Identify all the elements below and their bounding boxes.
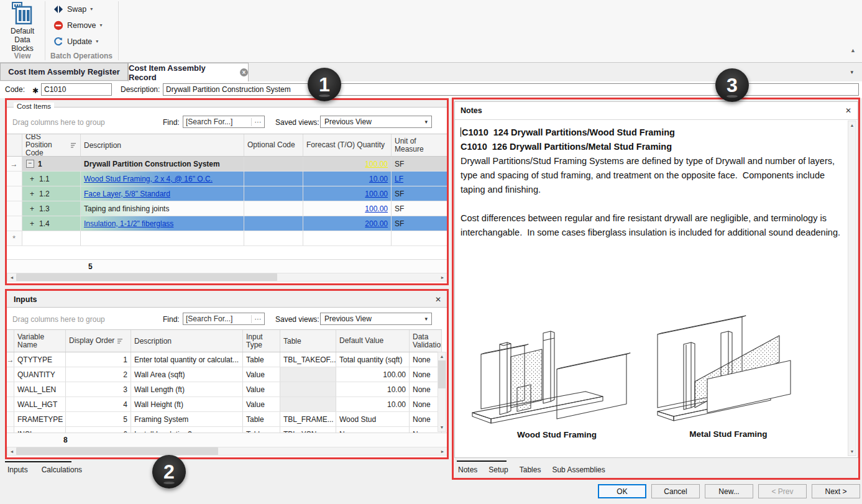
ok-button[interactable]: OK — [598, 484, 646, 498]
expand-icon[interactable]: + — [30, 190, 34, 198]
tab-cost-item-assembly-record[interactable]: Cost Item Assembly Record × — [128, 63, 249, 81]
expand-icon[interactable]: + — [30, 175, 34, 183]
expand-icon[interactable]: + — [30, 204, 34, 213]
expand-icon[interactable]: + — [30, 219, 34, 228]
forecast-qty-cell[interactable]: 200.00 — [303, 216, 392, 231]
default-data-blocks-button[interactable]: Default Data Blocks — [2, 1, 42, 50]
description-cell[interactable]: Taping and finishing joints — [81, 201, 244, 216]
prev-button[interactable]: < Prev — [758, 484, 807, 498]
tab-inputs[interactable]: Inputs — [7, 465, 28, 474]
tab-calculations[interactable]: Calculations — [42, 465, 82, 474]
tab-cost-item-assembly-register[interactable]: Cost Item Assembly Register — [0, 63, 128, 81]
input-row-qtytype[interactable]: → QTYTYPE 1 Enter total quantity or calc… — [7, 352, 442, 367]
cbs-code-cell[interactable]: − 1 — [22, 157, 81, 171]
uom-cell[interactable]: SF — [392, 157, 448, 171]
uom-link[interactable]: LF — [395, 175, 403, 183]
collapse-icon[interactable]: − — [26, 160, 34, 168]
header-default-value[interactable]: Default Value — [336, 330, 410, 352]
close-notes-icon[interactable]: ✕ — [845, 106, 851, 115]
swap-button[interactable]: Swap ▾ — [53, 2, 93, 16]
close-tab-icon[interactable]: × — [240, 68, 248, 76]
forecast-qty-cell[interactable]: 10.00 — [303, 172, 392, 186]
update-button[interactable]: Update ▾ — [53, 35, 98, 48]
tab-setup[interactable]: Setup — [488, 465, 508, 474]
saved-views-select[interactable]: Previous View ▾ — [320, 313, 432, 325]
header-variable-name[interactable]: Variable Name — [14, 330, 66, 352]
header-optional-code[interactable]: Optional Code — [244, 134, 303, 156]
header-input-type[interactable]: Input Type — [243, 330, 280, 352]
cancel-button[interactable]: Cancel — [651, 484, 700, 498]
scroll-down-icon[interactable]: ▼ — [440, 423, 444, 431]
description-link[interactable]: Face Layer, 5/8" Standard — [84, 190, 170, 198]
header-forecast-quantity[interactable]: Forecast (T/O) Quantity — [303, 134, 392, 156]
header-unit-of-measure[interactable]: Unit of Measure — [392, 134, 448, 156]
forecast-qty-link[interactable]: 100.00 — [365, 160, 388, 168]
cost-item-row-1-2[interactable]: + 1.2 Face Layer, 5/8" Standard 100.00 S… — [6, 186, 448, 201]
notes-vscrollbar[interactable]: ▲ ▼ — [848, 121, 856, 456]
description-cell[interactable]: Insulation, 1-1/2" fiberglass — [81, 216, 244, 231]
collapse-ribbon-icon[interactable]: ▲ — [850, 47, 856, 53]
optional-code-cell[interactable] — [244, 157, 303, 171]
cost-items-hscrollbar[interactable]: ◄ ► — [7, 273, 447, 282]
uom-cell[interactable]: LF — [392, 172, 448, 186]
tab-list-dropdown-icon[interactable]: ▾ — [850, 69, 853, 75]
forecast-qty-cell[interactable]: 100.00 — [303, 186, 392, 201]
cost-item-row-1-4[interactable]: + 1.4 Insulation, 1-1/2" fiberglass 200.… — [6, 216, 448, 231]
input-row-frametype[interactable]: FRAMETYPE 5 Framing System Table TBL_FRA… — [7, 412, 442, 427]
uom-cell[interactable]: SF — [392, 201, 448, 216]
scrollbar-thumb[interactable] — [16, 273, 277, 281]
cbs-code-cell[interactable]: + 1.2 — [22, 186, 81, 201]
search-options-icon[interactable]: ⋯ — [251, 315, 264, 323]
description-cell[interactable]: Wood Stud Framing, 2 x 4, @ 16" O.C. — [81, 172, 244, 186]
optional-code-cell[interactable] — [244, 201, 303, 216]
scroll-right-icon[interactable]: ► — [438, 449, 447, 454]
cbs-code-cell[interactable]: + 1.1 — [22, 172, 81, 186]
input-row-insl[interactable]: INSL 6 Install Insulation? Table TBL_YSN… — [7, 427, 442, 433]
cost-item-row-1-3[interactable]: + 1.3 Taping and finishing joints 100.00… — [6, 201, 448, 216]
description-field[interactable] — [163, 83, 859, 96]
header-description[interactable]: Description — [81, 134, 244, 156]
forecast-qty-link[interactable]: 100.00 — [365, 204, 388, 213]
header-data-validation[interactable]: Data Validation — [410, 330, 442, 352]
saved-views-select[interactable]: Previous View ▾ — [320, 116, 432, 128]
description-link[interactable]: Insulation, 1-1/2" fiberglass — [84, 219, 173, 228]
forecast-qty-cell[interactable]: 100.00 — [303, 157, 392, 171]
forecast-qty-link[interactable]: 100.00 — [365, 190, 388, 198]
input-row-wall-len[interactable]: WALL_LEN 3 Wall Length (ft) Value 10.00 … — [7, 382, 442, 397]
header-display-order[interactable]: Display Order — [66, 330, 131, 352]
header-cbs-position-code[interactable]: CBS Position Code — [22, 134, 81, 156]
scroll-up-icon[interactable]: ▲ — [850, 121, 855, 129]
uom-cell[interactable]: SF — [392, 216, 448, 231]
forecast-qty-link[interactable]: 200.00 — [365, 219, 388, 228]
cost-item-row-1-1[interactable]: + 1.1 Wood Stud Framing, 2 x 4, @ 16" O.… — [6, 172, 448, 186]
close-inputs-icon[interactable]: ✕ — [435, 295, 441, 304]
uom-cell[interactable]: SF — [392, 186, 448, 201]
next-button[interactable]: Next > — [812, 484, 860, 498]
scroll-right-icon[interactable]: ► — [438, 275, 447, 280]
header-description[interactable]: Description — [131, 330, 243, 352]
scroll-left-icon[interactable]: ◄ — [7, 275, 16, 280]
search-options-icon[interactable]: ⋯ — [251, 118, 264, 126]
scrollbar-thumb[interactable] — [16, 447, 218, 455]
inputs-hscrollbar[interactable]: ◄ ► — [7, 447, 447, 456]
cbs-code-cell[interactable]: + 1.4 — [22, 216, 81, 231]
input-row-quantity[interactable]: QUANTITY 2 Wall Area (sqft) Value 100.00… — [7, 367, 442, 382]
search-input[interactable] — [183, 117, 251, 126]
tab-tables[interactable]: Tables — [520, 465, 541, 474]
inputs-vscrollbar[interactable]: ▲ ▼ — [438, 352, 446, 432]
scroll-down-icon[interactable]: ▼ — [850, 447, 855, 456]
optional-code-cell[interactable] — [244, 172, 303, 186]
header-table[interactable]: Table — [280, 330, 336, 352]
search-input[interactable] — [183, 314, 251, 323]
scrollbar-thumb[interactable] — [438, 360, 446, 388]
new-row[interactable]: * — [6, 231, 448, 246]
code-field[interactable] — [41, 83, 112, 96]
new-button[interactable]: New... — [705, 484, 753, 498]
scroll-left-icon[interactable]: ◄ — [7, 449, 16, 454]
cost-item-row-1[interactable]: → − 1 Drywall Partition Construction Sys… — [6, 157, 448, 172]
cbs-code-cell[interactable]: + 1.3 — [22, 201, 81, 216]
scroll-up-icon[interactable]: ▲ — [440, 352, 444, 360]
optional-code-cell[interactable] — [244, 186, 303, 201]
optional-code-cell[interactable] — [244, 216, 303, 231]
description-link[interactable]: Wood Stud Framing, 2 x 4, @ 16" O.C. — [84, 175, 213, 183]
